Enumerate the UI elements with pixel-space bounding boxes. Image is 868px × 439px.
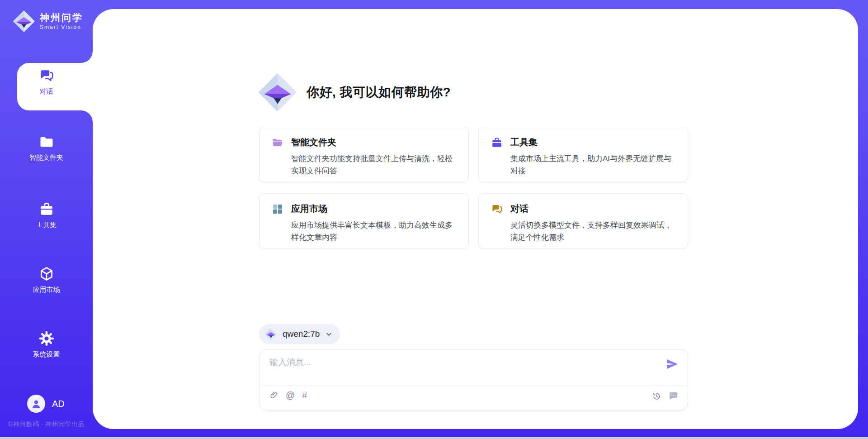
history-icon[interactable] xyxy=(652,391,661,401)
copyright-footer: ©神州数码 · 神州问学出品 xyxy=(0,420,93,429)
chevron-down-icon xyxy=(325,330,333,338)
card-smart-folder[interactable]: 智能文件夹 智能文件夹功能支持批量文件上传与清洗，轻松实现文件问答 xyxy=(259,127,469,182)
message-input[interactable] xyxy=(269,357,654,382)
model-diamond-icon xyxy=(265,328,277,340)
sidebar-item-label: 智能文件夹 xyxy=(29,153,63,162)
briefcase-icon xyxy=(491,137,503,148)
greeting-diamond-icon xyxy=(258,72,297,112)
sidebar-item-label: 工具集 xyxy=(36,221,57,229)
feedback-bubble-icon[interactable] xyxy=(668,391,679,401)
sidebar-item-toolset[interactable]: 工具集 xyxy=(0,201,93,229)
folder-open-icon xyxy=(272,137,283,148)
card-title: 工具集 xyxy=(510,136,538,148)
at-mention-icon[interactable]: @ xyxy=(286,391,295,400)
card-chat[interactable]: 对话 灵活切换多模型文件，支持多样回复效果调试，满足个性化需求 xyxy=(478,193,688,249)
sidebar-item-label: 系统设置 xyxy=(33,350,60,359)
greeting-text: 你好, 我可以如何帮助你? xyxy=(307,84,451,101)
composer-right-toolbar xyxy=(652,391,679,401)
tab-curve-top xyxy=(81,51,93,63)
folder-icon xyxy=(39,134,54,149)
card-title: 对话 xyxy=(510,203,528,215)
model-selector[interactable]: qwen2:7b xyxy=(259,324,340,344)
user-initials: AD xyxy=(52,399,65,409)
person-icon xyxy=(30,398,42,410)
greeting: 你好, 我可以如何帮助你? xyxy=(258,72,451,112)
window-bottom-edge xyxy=(0,437,868,439)
sidebar-item-label: 对话 xyxy=(40,87,53,96)
cube-icon xyxy=(39,266,54,282)
feature-cards: 智能文件夹 智能文件夹功能支持批量文件上传与清洗，轻松实现文件问答 工具集 集成… xyxy=(259,127,688,249)
grid-icon xyxy=(272,203,283,215)
card-description: 智能文件夹功能支持批量文件上传与清洗，轻松实现文件问答 xyxy=(291,153,458,177)
card-app-market[interactable]: 应用市场 应用市场提供丰富长文本模板，助力高效生成多样化文章内容 xyxy=(259,193,469,249)
chat-icon xyxy=(39,68,54,83)
message-composer: @ # xyxy=(259,349,688,410)
brand-subtitle: Smart Vision xyxy=(40,24,83,30)
card-title: 智能文件夹 xyxy=(291,136,336,148)
app-window: 神州问学 Smart Vision 对话 智能文件夹 工具集 应用市场 系统设置… xyxy=(0,0,868,439)
avatar xyxy=(27,395,45,413)
sidebar-item-chat[interactable]: 对话 xyxy=(0,68,93,96)
brand-diamond-icon xyxy=(13,10,35,33)
card-description: 灵活切换多模型文件，支持多样回复效果调试，满足个性化需求 xyxy=(510,219,677,243)
sidebar-item-settings[interactable]: 系统设置 xyxy=(0,331,93,359)
model-name: qwen2:7b xyxy=(283,329,320,339)
send-button[interactable] xyxy=(666,358,679,371)
user-account[interactable]: AD xyxy=(27,395,65,413)
paperclip-icon[interactable] xyxy=(269,391,278,400)
brand-logo: 神州问学 Smart Vision xyxy=(13,10,83,33)
chat-icon xyxy=(491,203,503,215)
gear-icon xyxy=(39,331,54,346)
composer-divider xyxy=(260,385,687,386)
sidebar-item-label: 应用市场 xyxy=(33,286,60,294)
hash-topic-icon[interactable]: # xyxy=(302,391,307,400)
card-title: 应用市场 xyxy=(291,203,327,215)
brand-name: 神州问学 xyxy=(40,12,83,23)
sidebar-item-app-market[interactable]: 应用市场 xyxy=(0,266,93,294)
card-description: 应用市场提供丰富长文本模板，助力高效生成多样化文章内容 xyxy=(291,219,458,243)
tab-curve-bottom xyxy=(81,110,93,122)
card-description: 集成市场上主流工具，助力AI与外界无缝扩展与对接 xyxy=(510,153,677,177)
card-toolset[interactable]: 工具集 集成市场上主流工具，助力AI与外界无缝扩展与对接 xyxy=(478,127,688,182)
sidebar-item-smart-folder[interactable]: 智能文件夹 xyxy=(0,134,93,162)
briefcase-icon xyxy=(39,201,54,217)
send-icon xyxy=(666,358,679,371)
composer-toolbar: @ # xyxy=(269,391,307,400)
